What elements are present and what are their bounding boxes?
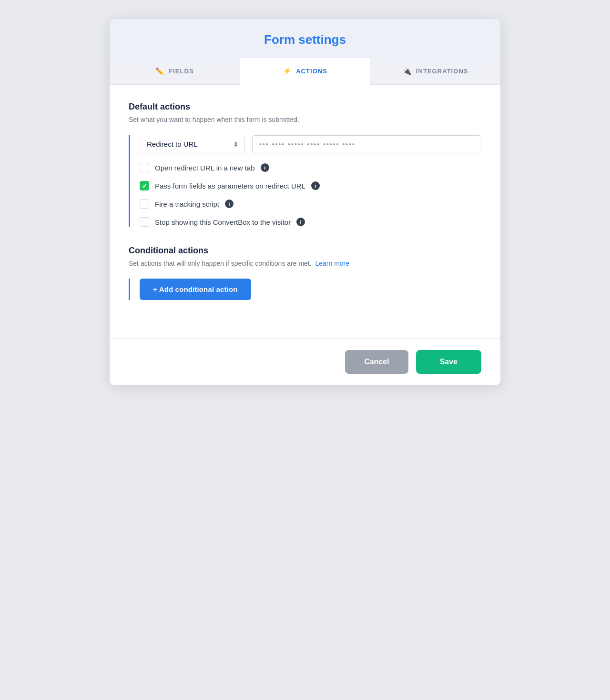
checkbox-pass-params[interactable] bbox=[140, 181, 149, 190]
integrations-icon: 🔌 bbox=[403, 67, 412, 76]
form-settings-modal: Form settings ✏️ FIELDS ⚡ ACTIONS 🔌 INTE… bbox=[110, 19, 500, 385]
tab-integrations-label: INTEGRATIONS bbox=[416, 68, 468, 75]
cancel-button[interactable]: Cancel bbox=[345, 350, 408, 374]
conditional-actions-section: Conditional actions Set actions that wil… bbox=[129, 246, 481, 300]
checkbox-open-new-tab-label: Open redirect URL in a new tab bbox=[155, 164, 255, 172]
info-icon-stop-showing[interactable]: i bbox=[296, 218, 305, 226]
tab-fields-label: FIELDS bbox=[169, 68, 193, 75]
info-icon-open-new-tab[interactable]: i bbox=[261, 163, 269, 172]
redirect-action-select[interactable]: Redirect to URL Show message No action bbox=[140, 135, 244, 153]
conditional-actions-title: Conditional actions bbox=[129, 246, 481, 256]
conditional-actions-description: Set actions that will only happen if spe… bbox=[129, 260, 481, 267]
actions-icon: ⚡ bbox=[283, 67, 292, 75]
default-action-block: Redirect to URL Show message No action ⬍… bbox=[129, 135, 481, 227]
add-conditional-action-button[interactable]: + Add conditional action bbox=[140, 279, 251, 300]
tab-fields[interactable]: ✏️ FIELDS bbox=[110, 58, 240, 84]
tab-integrations[interactable]: 🔌 INTEGRATIONS bbox=[370, 58, 500, 84]
checkbox-open-new-tab[interactable] bbox=[140, 163, 149, 172]
modal-title: Form settings bbox=[129, 32, 481, 47]
save-button[interactable]: Save bbox=[416, 350, 481, 374]
modal-body: Default actions Set what you want to hap… bbox=[110, 85, 500, 338]
conditional-action-block: + Add conditional action bbox=[129, 279, 481, 300]
learn-more-link[interactable]: Learn more bbox=[315, 260, 349, 267]
info-icon-fire-tracking[interactable]: i bbox=[225, 200, 234, 208]
checkbox-fire-tracking-label: Fire a tracking script bbox=[155, 200, 219, 208]
default-actions-title: Default actions bbox=[129, 102, 481, 112]
checkbox-stop-showing-label: Stop showing this ConvertBox to the visi… bbox=[155, 218, 291, 226]
checkbox-fire-tracking[interactable] bbox=[140, 199, 149, 209]
checkbox-row-fire-tracking: Fire a tracking script i bbox=[140, 199, 481, 209]
modal-header: Form settings bbox=[110, 19, 500, 58]
checkbox-row-stop-showing: Stop showing this ConvertBox to the visi… bbox=[140, 217, 481, 227]
default-actions-section: Default actions Set what you want to hap… bbox=[129, 102, 481, 227]
checkbox-stop-showing[interactable] bbox=[140, 217, 149, 227]
redirect-select-wrapper: Redirect to URL Show message No action ⬍ bbox=[140, 135, 244, 153]
redirect-url-input[interactable] bbox=[252, 135, 481, 153]
fields-icon: ✏️ bbox=[155, 67, 165, 76]
tab-actions-label: ACTIONS bbox=[296, 68, 327, 75]
tabs-container: ✏️ FIELDS ⚡ ACTIONS 🔌 INTEGRATIONS bbox=[110, 58, 500, 85]
modal-footer: Cancel Save bbox=[110, 338, 500, 385]
tab-actions[interactable]: ⚡ ACTIONS bbox=[240, 58, 371, 85]
info-icon-pass-params[interactable]: i bbox=[311, 181, 320, 190]
checkbox-row-pass-params: Pass form fields as parameters on redire… bbox=[140, 181, 481, 190]
checkbox-row-open-new-tab: Open redirect URL in a new tab i bbox=[140, 163, 481, 172]
action-row: Redirect to URL Show message No action ⬍ bbox=[140, 135, 481, 153]
checkbox-pass-params-label: Pass form fields as parameters on redire… bbox=[155, 182, 305, 190]
default-actions-description: Set what you want to happen when this fo… bbox=[129, 116, 481, 123]
